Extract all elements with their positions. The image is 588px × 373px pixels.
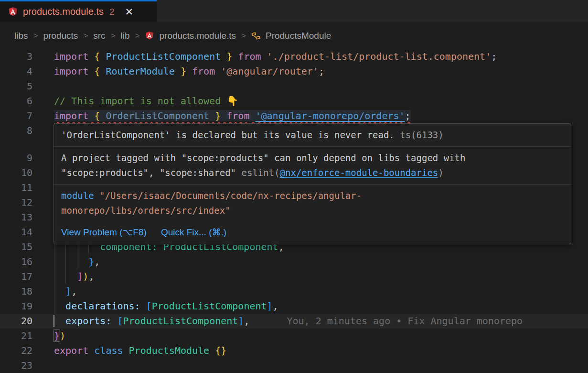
- code-token: [100, 51, 106, 62]
- code-line-content: ]),: [54, 269, 588, 284]
- code-token: {: [94, 51, 100, 62]
- code-token: [249, 110, 255, 121]
- code-token: // This import is not allowed: [54, 95, 226, 107]
- line-number: 17: [0, 269, 54, 284]
- line-number: 9: [0, 151, 54, 165]
- code-token: import: [54, 110, 88, 121]
- code-line-19[interactable]: 19 declarations: [ProductListComponent],: [0, 299, 588, 314]
- code-token: from: [238, 51, 261, 62]
- code-token: from: [226, 110, 249, 121]
- code-token: [: [117, 315, 123, 327]
- code-line-20[interactable]: 20 exports: [ProductListComponent],You, …: [0, 314, 588, 329]
- code-token: }: [181, 66, 186, 77]
- code-token: [209, 345, 215, 356]
- breadcrumb-item-products[interactable]: products: [43, 31, 78, 41]
- hover-ts-error: 'OrderListComponent' is declared but its…: [54, 124, 571, 146]
- code-token: [209, 110, 215, 121]
- code-line-22[interactable]: 22export class ProductsModule {}: [0, 343, 588, 358]
- code-token: [111, 315, 117, 327]
- line-number: 6: [0, 94, 54, 109]
- code-line-content: declarations: [ProductListComponent],: [54, 299, 588, 314]
- code-token: [: [146, 300, 152, 312]
- code-token: ,: [94, 256, 100, 267]
- quick-fix-button[interactable]: Quick Fix... (⌘.): [161, 225, 226, 240]
- code-line-6[interactable]: 6// This import is not allowed 👇: [0, 94, 588, 109]
- code-token: [186, 66, 192, 77]
- breadcrumb-item-file[interactable]: products.module.ts: [159, 31, 236, 41]
- code-line-17[interactable]: 17 ]),: [0, 269, 588, 284]
- line-number: 21: [0, 329, 54, 343]
- code-token: OrderListComponent: [106, 110, 209, 121]
- hover-eslint-line1: A project tagged with "scope:products" c…: [61, 151, 564, 165]
- code-token: ProductListComponent: [106, 51, 221, 62]
- code-token: import: [54, 51, 88, 62]
- hover-eslint-paren: ): [438, 167, 443, 178]
- hover-module-line1: module "/Users/isaac/Documents/code/nx-r…: [61, 188, 564, 203]
- code-token: ProductListComponent: [123, 315, 238, 327]
- code-line-4[interactable]: 4import { RouterModule } from '@angular/…: [0, 64, 588, 79]
- tab-title: products.module.ts: [23, 6, 104, 17]
- line-number: 13: [0, 210, 54, 225]
- code-line-3[interactable]: 3import { ProductListComponent } from '.…: [0, 49, 588, 64]
- code-token: ;: [405, 110, 411, 121]
- code-line-23[interactable]: 23: [0, 358, 588, 373]
- code-token: ): [60, 330, 65, 341]
- breadcrumb: libs > products > src > lib > products.m…: [0, 22, 588, 49]
- hover-eslint-error: A project tagged with "scope:products" c…: [54, 146, 571, 184]
- code-line-content: import { OrderListComponent } from '@ang…: [54, 109, 588, 123]
- code-token: [54, 271, 77, 282]
- code-token: ]: [267, 300, 273, 312]
- code-token: }: [215, 110, 221, 121]
- code-token: ]: [77, 271, 83, 282]
- chevron-right-icon: >: [110, 31, 116, 41]
- code-line-21[interactable]: 21}): [0, 329, 588, 343]
- line-number: 11: [0, 180, 54, 195]
- line-number: 16: [0, 254, 54, 269]
- code-token: {: [94, 66, 100, 77]
- breadcrumb-item-symbol[interactable]: ProductsModule: [266, 31, 331, 41]
- code-line-content: ],: [54, 284, 588, 299]
- code-token: from: [192, 66, 215, 77]
- code-token: exports:: [65, 315, 111, 327]
- code-token: '@angular/router': [221, 66, 319, 77]
- code-token: [232, 51, 238, 62]
- code-token: }: [88, 256, 94, 267]
- code-token: [88, 66, 94, 77]
- hover-module-info: module "/Users/isaac/Documents/code/nx-r…: [54, 184, 571, 222]
- tab-products-module[interactable]: products.module.ts 2 ✕: [0, 0, 157, 22]
- code-token: [140, 300, 146, 312]
- hover-eslint-line2-text: "scope:products", "scope:shared": [61, 167, 242, 178]
- line-number: 4: [0, 64, 54, 79]
- eslint-rule-link[interactable]: @nx/enforce-module-boundaries: [280, 167, 438, 178]
- code-line-content: },: [54, 254, 588, 269]
- symbol-class-icon: [251, 31, 261, 41]
- angular-icon: [8, 7, 18, 17]
- code-line-content: [54, 79, 588, 94]
- code-token: [215, 66, 221, 77]
- code-token: [123, 345, 129, 356]
- code-line-content: import { ProductListComponent } from './…: [54, 49, 588, 64]
- code-token: ]: [65, 285, 71, 297]
- breadcrumb-item-lib[interactable]: lib: [121, 31, 130, 41]
- breadcrumb-item-libs[interactable]: libs: [14, 31, 28, 41]
- code-token: }: [226, 51, 232, 62]
- code-token: [54, 300, 65, 312]
- chevron-right-icon: >: [33, 31, 39, 41]
- code-line-5[interactable]: 5: [0, 79, 588, 94]
- code-token: }: [54, 330, 60, 341]
- git-blame-annotation: You, 2 minutes ago • Fix Angular monorep…: [249, 315, 523, 327]
- code-token: ,: [71, 285, 77, 297]
- tab-bar: products.module.ts 2 ✕: [0, 0, 588, 22]
- code-line-7[interactable]: 7import { OrderListComponent } from '@an…: [0, 109, 588, 123]
- code-token: ,: [88, 271, 94, 282]
- breadcrumb-item-src[interactable]: src: [93, 31, 105, 41]
- code-line-16[interactable]: 16 },: [0, 254, 588, 269]
- line-number: 10: [0, 165, 54, 180]
- code-line-18[interactable]: 18 ],: [0, 284, 588, 299]
- close-icon[interactable]: ✕: [125, 6, 134, 18]
- code-token: [221, 110, 226, 121]
- code-token: [88, 51, 94, 62]
- code-token: '@angular-monorepo/orders': [256, 110, 405, 121]
- view-problem-button[interactable]: View Problem (⌥F8): [61, 225, 147, 240]
- code-token: declarations:: [65, 300, 140, 312]
